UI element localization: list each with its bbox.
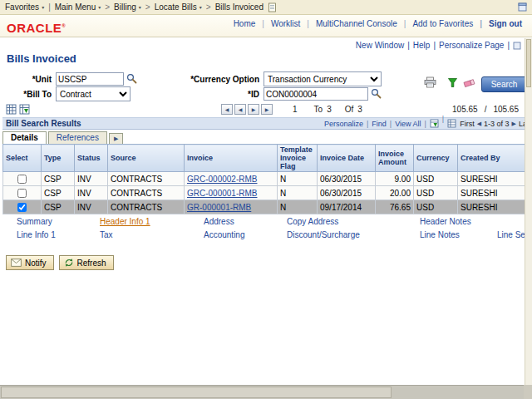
currency-option-select[interactable]: Transaction Currency — [264, 71, 382, 86]
show-grid-icon[interactable] — [447, 119, 456, 128]
breadcrumb-main-menu[interactable]: Main Menu ▾ — [55, 2, 101, 12]
previous-row-icon[interactable]: ◀ — [234, 104, 246, 115]
col-invoice-date[interactable]: Invoice Date — [318, 145, 376, 172]
col-template-invoice-flag[interactable]: Template Invoice Flag — [278, 145, 318, 172]
breadcrumb-separator: > — [206, 2, 211, 12]
breadcrumb-bills-invoiced[interactable]: Bills Invoiced — [215, 2, 264, 12]
find-link[interactable]: Find — [372, 120, 395, 128]
last-row-icon[interactable]: ▶ — [261, 104, 273, 115]
pager-first[interactable]: First — [460, 120, 475, 128]
tax-link[interactable]: Tax — [100, 230, 204, 239]
crumb-bar-window-icon[interactable] — [518, 2, 527, 12]
pager-prev-icon[interactable]: ◀ — [477, 121, 481, 127]
pager: First ◀ 1-3 of 3 ▶ Last — [460, 120, 526, 128]
first-row-icon[interactable]: ◀ — [221, 104, 233, 115]
col-created-by[interactable]: Created By — [458, 145, 530, 172]
personalize-page-link[interactable]: Personalize Page — [439, 41, 513, 50]
clear-eraser-icon[interactable] — [463, 77, 475, 88]
col-invoice[interactable]: Invoice — [185, 145, 278, 172]
search-button[interactable]: Search — [481, 76, 527, 92]
grid-tabs: Details References ▶ — [2, 131, 125, 144]
detail-links: Summary Header Info 1 Address Copy Addre… — [17, 217, 530, 239]
notify-button[interactable]: Notify — [6, 255, 54, 270]
cell-created-by: SURESHI — [458, 200, 530, 214]
header-links: Home Worklist MultiChannel Console Add t… — [227, 19, 522, 28]
breadcrumb-favorites[interactable]: Favorites ▾ — [5, 2, 44, 12]
print-icon[interactable] — [424, 76, 436, 88]
utility-window-icon[interactable] — [513, 42, 521, 50]
tab-references[interactable]: References — [48, 131, 107, 144]
cell-invoice-date: 06/30/2015 — [318, 172, 376, 186]
cell-created-by: SURESHI — [458, 172, 530, 186]
table-row: CSP INV CONTRACTS GRC-000002-RMB N 06/30… — [3, 172, 530, 186]
filter-icon[interactable] — [447, 77, 458, 88]
add-to-favorites-link[interactable]: Add to Favorites — [404, 19, 473, 28]
invoice-link[interactable]: GRC-000002-RMB — [187, 175, 257, 184]
accounting-link[interactable]: Accounting — [204, 230, 287, 239]
row-select-checkbox[interactable] — [17, 189, 27, 198]
cell-invoice-amount: 20.00 — [376, 186, 414, 200]
unit-lookup-icon[interactable] — [126, 73, 137, 84]
show-all-columns-icon[interactable]: ▶ — [109, 133, 123, 144]
sign-out-link[interactable]: Sign out — [480, 19, 522, 28]
row-to: 3 — [327, 105, 332, 114]
home-link[interactable]: Home — [234, 19, 256, 28]
copy-address-link[interactable]: Copy Address — [287, 217, 420, 226]
col-select[interactable]: Select — [3, 145, 42, 172]
cell-invoice-amount: 9.00 — [376, 172, 414, 186]
row-of-label: Of — [345, 105, 354, 114]
col-currency[interactable]: Currency — [414, 145, 458, 172]
col-source[interactable]: Source — [108, 145, 185, 172]
unit-input[interactable] — [56, 72, 124, 86]
worklist-link[interactable]: Worklist — [262, 19, 300, 28]
discount-surcharge-link[interactable]: Discount/Surcharge — [287, 230, 420, 239]
cell-source: CONTRACTS — [108, 172, 185, 186]
cell-status: INV — [75, 186, 108, 200]
cell-source: CONTRACTS — [108, 200, 185, 214]
row-of: 3 — [357, 105, 362, 114]
chevron-down-icon: ▾ — [139, 5, 141, 10]
breadcrumb-billing[interactable]: Billing ▾ — [114, 2, 141, 12]
view-all-link[interactable]: View All — [395, 120, 430, 128]
breadcrumb-locate-bills[interactable]: Locate Bills ▾ — [155, 2, 202, 12]
new-window-link[interactable]: New Window — [356, 41, 413, 50]
refresh-button[interactable]: Refresh — [59, 255, 114, 270]
download-grid-icon[interactable] — [19, 104, 30, 115]
personalize-link[interactable]: Personalize — [324, 120, 372, 128]
tab-details[interactable]: Details — [2, 131, 47, 144]
scrollbar-corner — [524, 385, 532, 399]
breadcrumb-page-icon[interactable] — [268, 2, 277, 12]
pager-next-icon[interactable]: ▶ — [512, 121, 516, 127]
invoice-link[interactable]: GRC-000001-RMB — [187, 189, 257, 198]
next-row-icon[interactable]: ▶ — [248, 104, 259, 115]
cell-template-flag: N — [278, 172, 318, 186]
horizontal-scrollbar-thumb[interactable] — [1, 387, 392, 398]
cell-status: INV — [75, 200, 108, 214]
row-select-checkbox[interactable] — [17, 203, 27, 212]
line-info-1-link[interactable]: Line Info 1 — [17, 230, 100, 239]
col-type[interactable]: Type — [42, 145, 75, 172]
page-title: Bills Invoiced — [7, 52, 76, 65]
horizontal-scrollbar[interactable] — [0, 385, 532, 399]
bill-to-select[interactable]: Contract — [56, 86, 131, 101]
header-info-1-link[interactable]: Header Info 1 — [100, 217, 204, 226]
summary-link[interactable]: Summary — [17, 217, 100, 226]
vertical-scrollbar[interactable] — [525, 38, 532, 385]
invoice-link[interactable]: GR-000001-RMB — [187, 203, 251, 212]
col-status[interactable]: Status — [75, 145, 108, 172]
help-link[interactable]: Help — [413, 41, 439, 50]
vertical-scrollbar-thumb[interactable] — [526, 39, 531, 87]
address-link[interactable]: Address — [204, 217, 287, 226]
line-notes-link[interactable]: Line Notes — [420, 230, 497, 239]
id-lookup-icon[interactable] — [371, 88, 382, 99]
application-window: Favorites ▾ | Main Menu ▾ > Billing ▾ > … — [0, 0, 532, 399]
download-to-excel-icon[interactable] — [430, 119, 447, 128]
col-invoice-amount[interactable]: Invoice Amount — [376, 145, 414, 172]
header-notes-link[interactable]: Header Notes — [420, 217, 497, 226]
grid-icon[interactable] — [6, 104, 17, 115]
row-select-checkbox[interactable] — [17, 175, 27, 184]
breadcrumb-label: Billing — [114, 2, 136, 12]
multichannel-console-link[interactable]: MultiChannel Console — [307, 19, 397, 28]
id-input[interactable] — [264, 87, 368, 101]
oracle-logo: ORACLE — [7, 21, 66, 35]
